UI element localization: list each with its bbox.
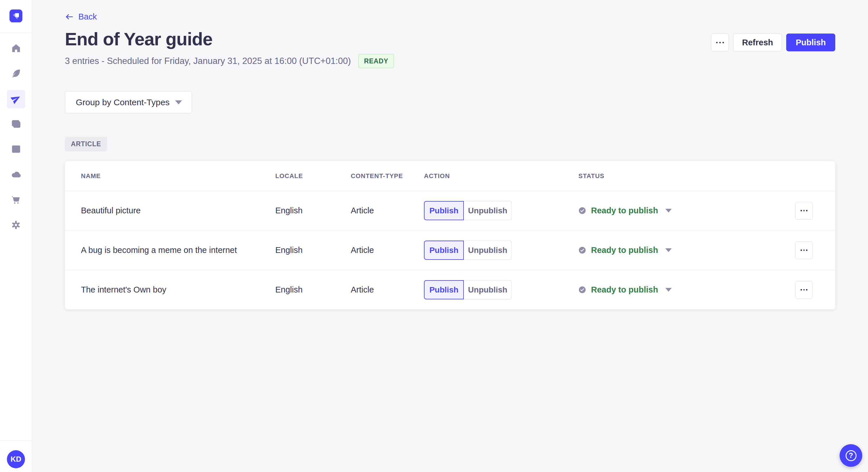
entry-more-cell xyxy=(795,202,813,220)
table-body: Beautiful picture English Article Publis… xyxy=(65,191,835,309)
sidebar-divider xyxy=(0,33,32,33)
publish-toggle-group: Publish Unpublish xyxy=(424,280,578,299)
row-unpublish-button[interactable]: Unpublish xyxy=(464,241,512,260)
feather-icon xyxy=(11,68,21,80)
strapi-logo[interactable] xyxy=(9,9,22,22)
ellipsis-icon xyxy=(801,210,802,211)
column-header-content-type: CONTENT-TYPE xyxy=(351,172,424,180)
sidebar-footer: KD xyxy=(0,440,32,472)
group-by-value: Group by Content-Types xyxy=(76,98,169,107)
help-icon: ? xyxy=(846,450,857,461)
status-label: Ready to publish xyxy=(591,285,658,295)
sidebar-nav xyxy=(7,40,25,235)
home-icon xyxy=(11,43,21,55)
sidebar-item-content-type-builder[interactable] xyxy=(7,140,25,159)
entry-locale: English xyxy=(275,285,351,295)
entry-action-cell: Publish Unpublish xyxy=(424,201,578,220)
sidebar-item-releases[interactable] xyxy=(7,90,25,108)
entry-status-cell: Ready to publish xyxy=(578,206,795,215)
entry-more-cell xyxy=(795,281,813,299)
status-badge: READY xyxy=(358,54,394,68)
entry-content-type: Article xyxy=(351,285,424,295)
avatar[interactable]: KD xyxy=(7,450,25,468)
row-publish-button[interactable]: Publish xyxy=(424,280,464,299)
gear-icon xyxy=(11,220,21,231)
arrow-left-icon xyxy=(65,12,74,21)
entry-status-cell: Ready to publish xyxy=(578,285,795,295)
row-more-button[interactable] xyxy=(795,241,813,259)
back-label: Back xyxy=(79,12,97,22)
entry-locale: English xyxy=(275,245,351,255)
table-row: Beautiful picture English Article Publis… xyxy=(65,191,835,230)
sidebar-item-media-library[interactable] xyxy=(7,115,25,134)
entry-action-cell: Publish Unpublish xyxy=(424,241,578,260)
main-content: Back End of Year guide 3 entries - Sched… xyxy=(32,0,868,472)
layout-icon xyxy=(11,144,21,156)
check-circle-icon xyxy=(578,246,586,254)
header-actions: Refresh Publish xyxy=(711,34,835,51)
status-chevron-down-icon[interactable] xyxy=(665,288,672,292)
ellipsis-icon xyxy=(801,249,802,251)
strapi-logo-icon xyxy=(9,9,22,22)
entry-name: A bug is becoming a meme on the internet xyxy=(81,245,275,255)
ellipsis-icon xyxy=(801,289,802,291)
page-header: Back End of Year guide 3 entries - Sched… xyxy=(65,12,835,68)
row-more-button[interactable] xyxy=(795,202,813,220)
entry-locale: English xyxy=(275,206,351,215)
row-more-button[interactable] xyxy=(795,281,813,299)
row-unpublish-button[interactable]: Unpublish xyxy=(464,280,512,299)
column-header-action: ACTION xyxy=(424,172,578,180)
help-button[interactable]: ? xyxy=(840,444,862,467)
entries-table-card: NAME LOCALE CONTENT-TYPE ACTION STATUS B… xyxy=(65,161,835,309)
status-chevron-down-icon[interactable] xyxy=(665,248,672,252)
entry-content-type: Article xyxy=(351,206,424,215)
release-subtitle: 3 entries - Scheduled for Friday, Januar… xyxy=(65,56,351,66)
publish-toggle-group: Publish Unpublish xyxy=(424,201,578,220)
back-link[interactable]: Back xyxy=(65,12,97,22)
status-chevron-down-icon[interactable] xyxy=(665,209,672,212)
chevron-down-icon xyxy=(175,100,182,104)
sidebar-item-home[interactable] xyxy=(7,40,25,58)
sidebar-item-content-manager[interactable] xyxy=(7,65,25,83)
subtitle-row: 3 entries - Scheduled for Friday, Januar… xyxy=(65,54,835,68)
sidebar-item-settings[interactable] xyxy=(7,216,25,235)
entry-more-cell xyxy=(795,241,813,259)
cart-icon xyxy=(11,194,21,206)
publish-toggle-group: Publish Unpublish xyxy=(424,241,578,260)
column-header-status: STATUS xyxy=(578,172,795,180)
entry-action-cell: Publish Unpublish xyxy=(424,280,578,299)
entry-content-type: Article xyxy=(351,245,424,255)
content-type-group-chip: ARTICLE xyxy=(65,137,107,151)
status-label: Ready to publish xyxy=(591,206,658,215)
entry-name: Beautiful picture xyxy=(81,206,275,215)
row-publish-button[interactable]: Publish xyxy=(424,201,464,220)
publish-button[interactable]: Publish xyxy=(786,34,835,51)
paper-plane-icon xyxy=(11,94,21,105)
table-row: A bug is becoming a meme on the internet… xyxy=(65,230,835,270)
sidebar: KD xyxy=(0,0,32,472)
status-label: Ready to publish xyxy=(591,245,658,255)
check-circle-icon xyxy=(578,207,586,214)
sidebar-item-cloud[interactable] xyxy=(7,166,25,184)
cloud-icon xyxy=(11,169,22,181)
entry-status-cell: Ready to publish xyxy=(578,245,795,255)
table-row: The internet's Own boy English Article P… xyxy=(65,270,835,309)
sidebar-item-marketplace[interactable] xyxy=(7,191,25,209)
row-publish-button[interactable]: Publish xyxy=(424,241,464,260)
refresh-button[interactable]: Refresh xyxy=(733,34,782,51)
media-library-icon xyxy=(11,119,21,130)
table-header-row: NAME LOCALE CONTENT-TYPE ACTION STATUS xyxy=(65,161,835,191)
row-unpublish-button[interactable]: Unpublish xyxy=(464,201,512,220)
release-more-button[interactable] xyxy=(711,34,729,51)
column-header-locale: LOCALE xyxy=(275,172,351,180)
column-header-name: NAME xyxy=(81,172,275,180)
ellipsis-icon xyxy=(716,42,724,43)
entry-name: The internet's Own boy xyxy=(81,285,275,295)
group-by-select[interactable]: Group by Content-Types xyxy=(65,91,192,113)
check-circle-icon xyxy=(578,286,586,294)
